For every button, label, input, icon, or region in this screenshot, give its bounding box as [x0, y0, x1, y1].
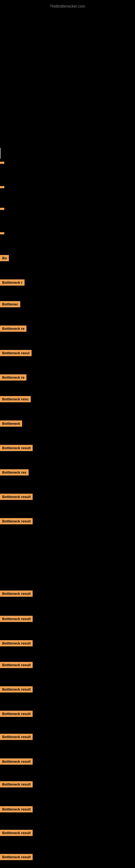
- bottleneck-bar-6[interactable]: Bottleneck r: [0, 279, 21, 287]
- bar-label-19: Bottleneck result: [0, 640, 33, 646]
- bar-label-18: Bottleneck result: [0, 616, 33, 622]
- bar-label-8: Bottleneck re: [0, 326, 27, 332]
- bottleneck-bar-3[interactable]: [0, 206, 8, 211]
- bottleneck-bar-7[interactable]: Bottlenec: [0, 301, 18, 308]
- bar-label-22: Bottleneck result: [0, 711, 33, 717]
- bottleneck-bar-20[interactable]: Bottleneck result: [0, 662, 43, 669]
- bottleneck-bar-16[interactable]: Bottleneck result: [0, 518, 42, 525]
- bottleneck-bar-22[interactable]: Bottleneck result: [0, 711, 47, 718]
- bar-label-27: Bottleneck result: [0, 830, 33, 836]
- bar-label-4: [0, 232, 4, 235]
- bar-label-6: Bottleneck r: [0, 279, 25, 286]
- bottleneck-bar-25[interactable]: Bottleneck result: [0, 781, 56, 788]
- bar-label-7: Bottlenec: [0, 301, 20, 307]
- bottleneck-bar-21[interactable]: Bottleneck result: [0, 686, 46, 693]
- bottleneck-bar-9[interactable]: Bottleneck resul: [0, 350, 32, 357]
- bar-label-10: Bottleneck re: [0, 374, 27, 380]
- bottleneck-bar-27[interactable]: Bottleneck result: [0, 830, 57, 837]
- bar-label-2: [0, 186, 4, 188]
- bottleneck-bar-19[interactable]: Bottleneck result: [0, 640, 46, 648]
- bar-label-26: Bottleneck result: [0, 806, 33, 812]
- bottleneck-bar-26[interactable]: Bottleneck result: [0, 806, 57, 813]
- bar-label-28: Bottleneck result: [0, 854, 33, 860]
- bar-label-11: Bottleneck resu: [0, 396, 31, 402]
- bar-label-15: Bottleneck result: [0, 494, 33, 500]
- bar-label-25: Bottleneck result: [0, 781, 33, 787]
- bottleneck-bar-23[interactable]: Bottleneck result: [0, 734, 56, 741]
- bar-label-9: Bottleneck resul: [0, 350, 32, 356]
- bar-label-24: Bottleneck result: [0, 758, 33, 765]
- bottleneck-bar-4[interactable]: [0, 230, 9, 236]
- cursor-line: [0, 148, 1, 159]
- bar-label-21: Bottleneck result: [0, 686, 33, 692]
- bar-label-13: Bottleneck result: [0, 445, 33, 451]
- bar-label-17: Bottleneck result: [0, 590, 33, 597]
- bottleneck-bar-8[interactable]: Bottleneck re: [0, 326, 27, 333]
- bottleneck-bar-28[interactable]: Bottleneck result: [0, 854, 54, 861]
- site-title: TheBottlenecker.com: [50, 1, 85, 10]
- bottleneck-bar-1[interactable]: [0, 160, 6, 165]
- bar-label-12: Bottleneck: [0, 421, 22, 427]
- bar-label-16: Bottleneck result: [0, 518, 33, 524]
- bottleneck-bar-12[interactable]: Bottleneck: [0, 421, 26, 428]
- bottleneck-bar-10[interactable]: Bottleneck re: [0, 374, 30, 382]
- bottleneck-bar-13[interactable]: Bottleneck result: [0, 445, 39, 452]
- bottleneck-bar-14[interactable]: Bottleneck res: [0, 469, 34, 476]
- bottleneck-bar-5[interactable]: Bo: [0, 255, 13, 262]
- bar-label-3: [0, 208, 4, 210]
- bar-label-5: Bo: [0, 255, 9, 261]
- bar-label-1: [0, 162, 4, 164]
- bottleneck-bar-24[interactable]: Bottleneck result: [0, 758, 54, 766]
- bottleneck-bar-11[interactable]: Bottleneck resu: [0, 396, 35, 403]
- bottleneck-bar-17[interactable]: Bottleneck result: [0, 590, 46, 598]
- bottleneck-bar-2[interactable]: [0, 184, 7, 189]
- bar-label-14: Bottleneck res: [0, 469, 29, 475]
- bottleneck-bar-18[interactable]: Bottleneck result: [0, 616, 45, 623]
- bottleneck-bar-15[interactable]: Bottleneck result: [0, 494, 41, 501]
- bar-label-20: Bottleneck result: [0, 662, 33, 668]
- bar-label-23: Bottleneck result: [0, 734, 33, 740]
